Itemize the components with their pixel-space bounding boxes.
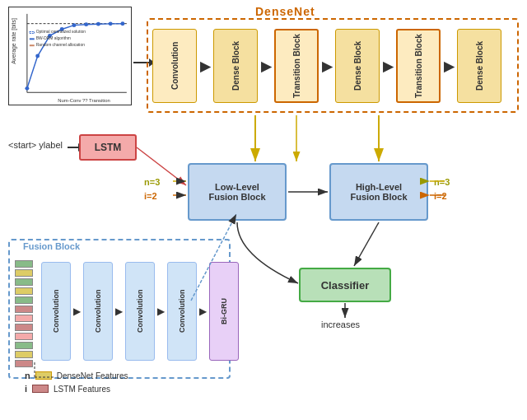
strip-5 (15, 296, 33, 304)
strip-6 (15, 306, 33, 313)
svg-point-13 (120, 21, 124, 26)
strip-9 (15, 333, 33, 340)
increases-label: increases (321, 320, 360, 329)
strip-12 (15, 360, 33, 367)
performance-chart: Average rate [bits] Num-Conv ?? Transiti… (8, 7, 132, 105)
legend-n: n DenseNet Features (25, 371, 128, 380)
fusion-bigru: Bi-GRU (209, 262, 239, 361)
legend: n DenseNet Features i LSTM Features (25, 371, 128, 394)
lstm-block: LSTM (79, 134, 137, 161)
svg-text:Optimal centralized solution: Optimal centralized solution (36, 30, 86, 34)
densenet-block-dense1: Dense Block (213, 29, 258, 103)
svg-rect-18 (30, 44, 35, 46)
densenet-swatch (35, 371, 52, 380)
strip-4 (15, 287, 33, 295)
densenet-blocks: Convolution ▶ Dense Block ▶ Transition B… (152, 25, 501, 107)
fusion-block-label: Fusion Block (23, 241, 80, 251)
svg-point-5 (25, 86, 29, 91)
high-level-fusion-block: High-LevelFusion Block (329, 163, 428, 221)
arrow-start-to-lstm (68, 147, 79, 148)
strip-11 (15, 351, 33, 358)
strip-3 (15, 278, 33, 286)
fusion-input-strips (15, 260, 33, 367)
strip-7 (15, 315, 33, 322)
densenet-title: DenseNet (255, 5, 315, 18)
fusion-conv-1: Convolution (41, 262, 71, 361)
densenet-block-trans1: Transition Block (274, 29, 319, 103)
arrow-dn-4: ▶ (383, 58, 393, 74)
densenet-block-dense2: Dense Block (335, 29, 380, 103)
n3-left-label: n=3 (144, 177, 160, 187)
fusion-conv-4: Convolution (167, 262, 197, 361)
start-ylabel-label: <start> ylabel (8, 140, 63, 150)
arrow-dn-3: ▶ (322, 58, 332, 74)
densenet-block-conv: Convolution (152, 29, 197, 103)
svg-point-11 (96, 22, 100, 26)
svg-text:BW-DRM algorithm: BW-DRM algorithm (36, 36, 71, 40)
svg-rect-16 (30, 38, 35, 40)
densenet-features-label: DenseNet Features (57, 371, 128, 380)
strip-2 (15, 269, 33, 277)
densenet-block-trans2: Transition Block (396, 29, 441, 103)
svg-rect-14 (30, 32, 35, 34)
low-level-fusion-block: Low-LevelFusion Block (188, 163, 287, 221)
i2-right-label: i=2 (434, 191, 447, 201)
svg-text:Num-Conv ?? Transition: Num-Conv ?? Transition (58, 98, 110, 103)
fusion-arrow-4: ▶ (199, 306, 207, 317)
strip-10 (15, 342, 33, 349)
classifier-block: Classifier (299, 268, 391, 302)
fusion-conv-2: Convolution (83, 262, 113, 361)
strip-8 (15, 324, 33, 331)
fusion-arrow-3: ▶ (157, 306, 165, 317)
densenet-block-dense3: Dense Block (457, 29, 501, 103)
svg-point-12 (109, 21, 113, 26)
n3-right-label: n=3 (434, 177, 450, 187)
i2-left-label: i=2 (144, 191, 157, 201)
strip-1 (15, 260, 33, 268)
svg-point-6 (35, 54, 40, 58)
arrow-dn-1: ▶ (200, 58, 210, 74)
fusion-inner-blocks: Convolution ▶ Convolution ▶ Convolution … (41, 254, 239, 369)
svg-point-9 (72, 23, 76, 27)
diagram-container: Average rate [bits] Num-Conv ?? Transiti… (0, 0, 527, 420)
fusion-conv-3: Convolution (125, 262, 155, 361)
lstm-swatch (32, 385, 49, 393)
svg-text:Random channel allocation: Random channel allocation (36, 43, 85, 47)
svg-line-35 (354, 222, 379, 266)
lstm-features-label: LSTM Features (54, 385, 110, 394)
arrow-dn-5: ▶ (444, 58, 454, 74)
fusion-arrow-1: ▶ (73, 306, 81, 317)
svg-point-10 (84, 22, 88, 26)
legend-i: i LSTM Features (25, 384, 128, 394)
svg-text:Average rate [bits]: Average rate [bits] (11, 18, 17, 64)
arrow-dn-2: ▶ (261, 58, 271, 74)
fusion-arrow-2: ▶ (115, 306, 123, 317)
